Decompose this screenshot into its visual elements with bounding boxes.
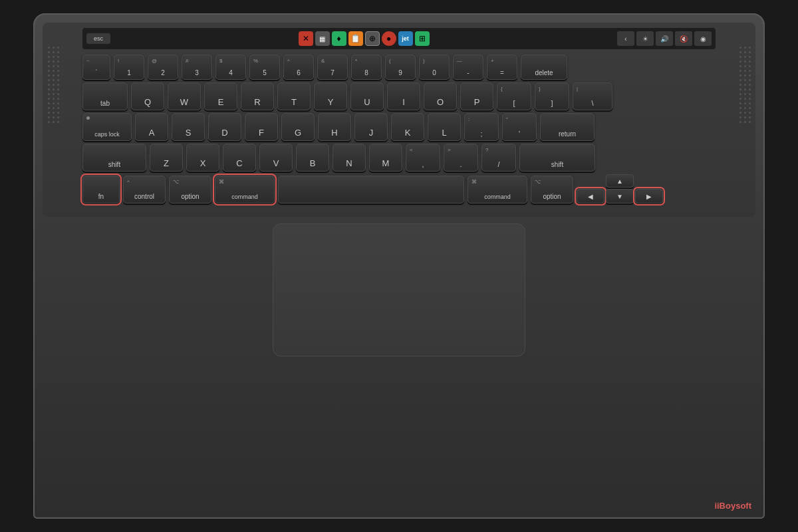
key-comma[interactable]: <,	[406, 144, 440, 172]
key-n[interactable]: N	[332, 144, 366, 172]
key-3[interactable]: #3	[182, 55, 212, 80]
key-l[interactable]: L	[428, 113, 461, 141]
key-arrow-down[interactable]: ▼	[606, 189, 634, 203]
key-i[interactable]: I	[387, 82, 420, 110]
key-e[interactable]: E	[204, 82, 237, 110]
key-4[interactable]: $4	[215, 55, 246, 80]
tb-chevron-icon: ‹	[617, 31, 634, 46]
key-backtick[interactable]: ~ `	[82, 55, 110, 80]
tb-siri-icon: ◉	[694, 31, 712, 46]
trackpad-area	[43, 217, 755, 356]
arrow-cluster: ▲ ◀ ▼ ▶	[577, 174, 663, 203]
key-command-right[interactable]: ⌘ command	[467, 176, 527, 203]
tb-volume-icon: 🔊	[656, 31, 673, 46]
key-command-left[interactable]: ⌘ command	[215, 176, 275, 203]
key-w[interactable]: W	[168, 82, 201, 110]
key-arrow-left[interactable]: ◀	[577, 189, 604, 203]
key-d[interactable]: D	[208, 113, 241, 141]
key-g[interactable]: G	[281, 113, 315, 141]
key-u[interactable]: U	[350, 82, 384, 110]
touch-bar-apps: ✕ ▦ ♦ 📋 ⊕ ● jet ⊞	[113, 31, 614, 46]
arrow-up-row: ▲	[577, 174, 663, 188]
key-control[interactable]: ^ control	[123, 176, 166, 203]
key-y[interactable]: Y	[314, 82, 347, 110]
key-9[interactable]: (9	[385, 55, 416, 80]
key-slash[interactable]: ?/	[481, 144, 516, 172]
watermark-brand: iBoysoft	[717, 501, 751, 511]
key-2[interactable]: @2	[148, 55, 178, 80]
key-minus[interactable]: —-	[453, 55, 483, 80]
key-q[interactable]: Q	[131, 82, 164, 110]
key-7[interactable]: &7	[317, 55, 348, 80]
arrow-lr-row: ◀ ▼ ▶	[577, 189, 663, 203]
key-open-bracket[interactable]: {[	[497, 82, 531, 110]
key-arrow-right[interactable]: ▶	[635, 189, 663, 203]
tb-app6-icon: ⊞	[415, 31, 430, 46]
key-z[interactable]: Z	[150, 144, 183, 172]
key-j[interactable]: J	[354, 113, 388, 141]
key-close-bracket[interactable]: }]	[535, 82, 569, 110]
trackpad[interactable]	[273, 223, 525, 356]
key-shift-right[interactable]: shift	[519, 144, 595, 172]
key-6[interactable]: ^6	[283, 55, 314, 80]
tb-jet-icon: jet	[398, 31, 413, 46]
tb-app1-icon: ▦	[315, 31, 330, 46]
key-r[interactable]: R	[241, 82, 274, 110]
tb-app4-icon: ⊕	[365, 31, 380, 46]
speaker-left	[44, 47, 63, 233]
key-x[interactable]: X	[186, 144, 219, 172]
key-8[interactable]: *8	[351, 55, 382, 80]
number-row: ~ ` !1 @2 #3 $4 %5 ^6 &7	[82, 55, 716, 80]
bottom-row: fn ^ control ⌥ option ⌘ command ⌘ comman…	[82, 174, 716, 203]
key-semicolon[interactable]: :;	[464, 113, 499, 141]
key-shift-left[interactable]: shift	[82, 144, 146, 172]
tb-app2-icon: ♦	[332, 31, 346, 46]
key-s[interactable]: S	[172, 113, 205, 141]
key-option-right[interactable]: ⌥ option	[531, 176, 573, 203]
tb-app5-icon: ●	[382, 31, 396, 46]
key-fn[interactable]: fn	[82, 176, 120, 203]
key-space[interactable]	[278, 176, 464, 203]
key-equals[interactable]: +=	[487, 55, 517, 80]
key-1[interactable]: !1	[114, 55, 144, 80]
key-5[interactable]: %5	[249, 55, 280, 80]
touch-bar-controls: ‹ ☀ 🔊 🔇 ◉	[617, 31, 712, 46]
qwerty-row: tab Q W E R T Y U I O P {[ }] |\	[82, 82, 716, 110]
watermark: iiBoysoft	[714, 501, 751, 511]
key-pipe[interactable]: |\	[573, 82, 612, 110]
key-b[interactable]: B	[296, 144, 329, 172]
key-p[interactable]: P	[460, 82, 493, 110]
key-a[interactable]: A	[135, 113, 168, 141]
key-arrow-up[interactable]: ▲	[606, 174, 634, 188]
speaker-right	[735, 47, 754, 233]
key-tab[interactable]: tab	[82, 82, 128, 110]
asdf-row: caps lock A S D F G H J K L :; "' return	[82, 113, 716, 141]
key-period[interactable]: >.	[444, 144, 478, 172]
key-t[interactable]: T	[277, 82, 311, 110]
key-h[interactable]: H	[318, 113, 351, 141]
key-0[interactable]: )0	[419, 55, 450, 80]
tb-mute-icon: 🔇	[675, 31, 692, 46]
key-delete[interactable]: delete	[521, 55, 567, 80]
key-m[interactable]: M	[369, 144, 402, 172]
tb-brightness-icon: ☀	[636, 31, 654, 46]
key-c[interactable]: C	[223, 144, 256, 172]
key-return[interactable]: return	[540, 113, 595, 141]
key-v[interactable]: V	[259, 144, 293, 172]
key-o[interactable]: O	[424, 82, 457, 110]
key-caps-lock[interactable]: caps lock	[82, 113, 132, 141]
keyboard-area: esc ✕ ▦ ♦ 📋 ⊕ ● jet ⊞ ‹ ☀ 🔊 🔇 ◉	[43, 23, 755, 217]
tb-close-icon: ✕	[299, 31, 313, 46]
key-option-left[interactable]: ⌥ option	[169, 176, 211, 203]
zxcv-row: shift Z X C V B N M <, >. ?/ shift	[82, 144, 716, 172]
esc-key[interactable]: esc	[86, 33, 110, 44]
key-f[interactable]: F	[245, 113, 278, 141]
laptop-body: esc ✕ ▦ ♦ 📋 ⊕ ● jet ⊞ ‹ ☀ 🔊 🔇 ◉	[33, 13, 765, 519]
tb-app3-icon: 📋	[348, 31, 363, 46]
key-quote[interactable]: "'	[502, 113, 537, 141]
key-k[interactable]: K	[391, 113, 424, 141]
touch-bar: esc ✕ ▦ ♦ 📋 ⊕ ● jet ⊞ ‹ ☀ 🔊 🔇 ◉	[82, 28, 716, 49]
